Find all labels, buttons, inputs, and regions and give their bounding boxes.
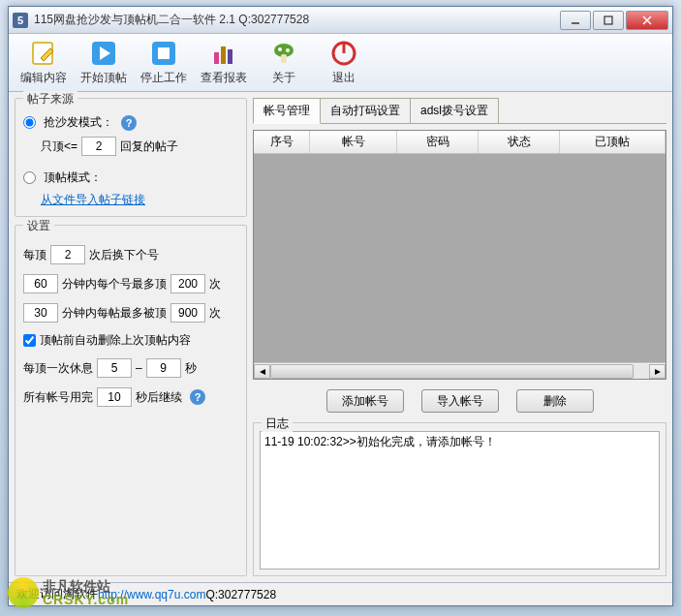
scroll-right-icon[interactable]: ▸: [649, 364, 666, 379]
scroll-left-icon[interactable]: ◂: [254, 364, 270, 379]
minutes-per-post-input[interactable]: [23, 303, 58, 323]
help-icon[interactable]: ?: [190, 389, 205, 405]
pencil-icon: [28, 39, 59, 68]
scroll-thumb[interactable]: [270, 364, 634, 379]
rest-min-input[interactable]: [97, 358, 132, 378]
settings-group-title: 设置: [23, 218, 54, 234]
col-bumped[interactable]: 已顶帖: [560, 131, 666, 153]
svg-rect-10: [228, 49, 232, 64]
bump-mode-radio[interactable]: [23, 171, 36, 184]
window-title: 115网盘抢沙发与顶帖机二合一软件 2.1 Q:302777528: [34, 12, 560, 28]
statusbar: 欢迎访问淘软件 http://www.qq7u.com Q:302777528: [9, 582, 672, 605]
tab-captcha[interactable]: 自动打码设置: [320, 98, 411, 123]
minimize-button[interactable]: [560, 11, 591, 30]
maximize-button[interactable]: [593, 11, 624, 30]
minutes-per-account-input[interactable]: [23, 274, 58, 293]
help-icon[interactable]: ?: [121, 115, 137, 131]
rest-max-input[interactable]: [146, 358, 181, 378]
svg-rect-9: [221, 46, 226, 64]
auto-delete-checkbox[interactable]: [23, 334, 36, 347]
max-per-post-input[interactable]: [170, 303, 205, 323]
svg-rect-1: [604, 16, 612, 24]
reply-limit-input[interactable]: [81, 137, 116, 156]
max-per-account-input[interactable]: [170, 274, 205, 293]
import-posts-link[interactable]: 从文件导入帖子链接: [41, 192, 238, 208]
settings-group: 设置 每顶 次后换下个号 分钟内每个号最多顶 次 分钟内每帖最多被顶 次: [15, 225, 247, 576]
delete-account-button[interactable]: 删除: [516, 389, 594, 413]
toolbar: 编辑内容 开始顶帖 停止工作 查看报表 关于 退出: [9, 34, 672, 92]
report-button[interactable]: 查看报表: [197, 38, 251, 87]
bump-mode-label: 顶帖模式：: [44, 169, 102, 186]
table-body[interactable]: [254, 154, 666, 362]
auto-delete-label: 顶帖前自动删除上次顶帖内容: [40, 332, 191, 349]
add-account-button[interactable]: 添加帐号: [326, 389, 404, 413]
switch-count-input[interactable]: [50, 245, 85, 264]
continue-delay-input[interactable]: [97, 387, 132, 407]
edit-content-button[interactable]: 编辑内容: [16, 38, 71, 87]
sofa-mode-label: 抢沙发模式：: [44, 114, 113, 131]
tab-adsl[interactable]: adsl拨号设置: [410, 98, 499, 123]
mushroom-icon: [268, 39, 299, 68]
app-window: 5 115网盘抢沙发与顶帖机二合一软件 2.1 Q:302777528 编辑内容…: [8, 6, 673, 606]
source-group-title: 帖子来源: [23, 91, 77, 108]
log-textarea[interactable]: 11-19 10:02:32>>初始化完成，请添加帐号！: [260, 431, 660, 570]
svg-point-12: [278, 47, 282, 51]
horizontal-scrollbar[interactable]: ◂ ▸: [254, 362, 666, 379]
stop-button[interactable]: 停止工作: [137, 38, 191, 87]
svg-rect-14: [281, 54, 287, 63]
about-button[interactable]: 关于: [257, 38, 311, 87]
svg-rect-7: [158, 47, 170, 59]
log-title: 日志: [262, 416, 293, 432]
chart-icon: [208, 39, 239, 68]
app-icon: 5: [13, 13, 28, 28]
status-link[interactable]: http://www.qq7u.com: [98, 588, 205, 601]
tab-accounts[interactable]: 帐号管理: [253, 98, 321, 124]
col-status[interactable]: 状态: [479, 131, 560, 153]
close-button[interactable]: [626, 11, 668, 30]
stop-icon: [148, 39, 179, 68]
sofa-mode-radio[interactable]: [23, 116, 36, 129]
col-index[interactable]: 序号: [254, 131, 310, 153]
power-icon: [328, 39, 359, 68]
svg-rect-8: [214, 52, 219, 64]
start-button[interactable]: 开始顶帖: [77, 38, 131, 87]
account-table: 序号 帐号 密码 状态 已顶帖 ◂ ▸: [253, 130, 666, 380]
tab-bar: 帐号管理 自动打码设置 adsl拨号设置: [253, 98, 666, 124]
titlebar: 5 115网盘抢沙发与顶帖机二合一软件 2.1 Q:302777528: [9, 7, 672, 34]
col-password[interactable]: 密码: [397, 131, 479, 153]
play-icon: [88, 39, 119, 68]
import-account-button[interactable]: 导入帐号: [421, 389, 499, 413]
log-group: 日志 11-19 10:02:32>>初始化完成，请添加帐号！: [253, 422, 666, 576]
col-account[interactable]: 帐号: [310, 131, 397, 153]
source-group: 帖子来源 抢沙发模式： ? 只顶<= 回复的帖子 顶帖模式： 从文件导入帖子链接: [15, 98, 247, 217]
exit-button[interactable]: 退出: [317, 38, 371, 87]
svg-point-13: [286, 48, 290, 52]
